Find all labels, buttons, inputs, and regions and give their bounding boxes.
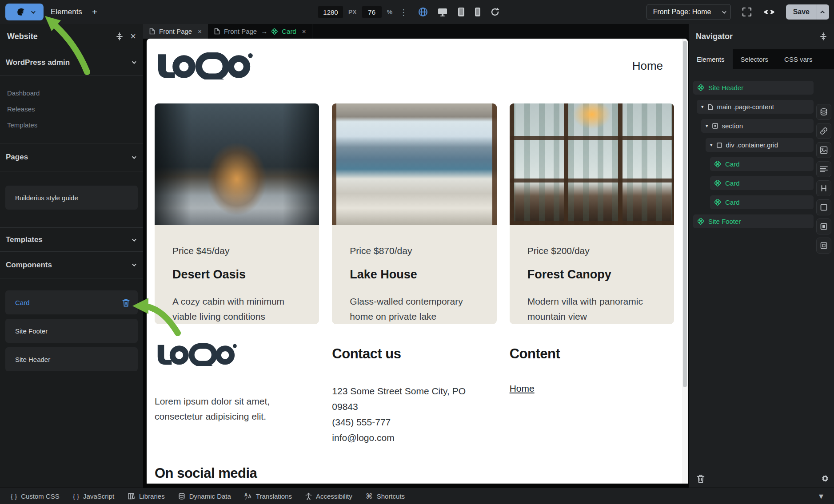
desktop-breakpoint-icon[interactable] xyxy=(437,7,448,17)
viewport-width-input[interactable] xyxy=(318,6,343,18)
braces-icon: { } xyxy=(73,492,79,500)
custom-css-button[interactable]: { } Custom CSS xyxy=(11,492,60,500)
tree-node-main-page-content[interactable]: ▾ main .page-content xyxy=(697,100,814,114)
site-logo[interactable] xyxy=(155,52,253,79)
translate-icon: A xyxy=(244,492,252,500)
zoom-level-input[interactable] xyxy=(362,6,382,18)
tree-node-div-container-grid[interactable]: ▾ div .container.grid xyxy=(706,138,814,152)
shortcuts-label: Shortcuts xyxy=(377,492,405,500)
delete-element-icon[interactable] xyxy=(697,474,705,483)
footer-link-home[interactable]: Home xyxy=(510,383,535,393)
tree-node-site-footer[interactable]: Site Footer xyxy=(693,214,814,228)
tab-front-page-card[interactable]: Front Page → Card × xyxy=(208,24,313,39)
link-dashboard[interactable]: Dashboard xyxy=(7,85,143,101)
container-icon[interactable] xyxy=(816,199,831,215)
tree-node-label: section xyxy=(722,122,743,130)
elements-panel-label[interactable]: Elements xyxy=(51,8,82,16)
close-tab-icon[interactable]: × xyxy=(198,28,202,35)
canvas-area: Front Page × Front Page → Card × xyxy=(143,24,689,488)
tab-front-page[interactable]: Front Page × xyxy=(143,24,208,39)
translations-button[interactable]: A Translations xyxy=(244,492,292,500)
card-lake-house[interactable]: Price $870/day Lake House Glass-walled c… xyxy=(332,103,496,324)
dynamic-data-icon[interactable] xyxy=(816,104,831,120)
javascript-button[interactable]: { } JavaScript xyxy=(73,492,114,500)
chevron-down-icon xyxy=(132,60,136,64)
tab-css-vars[interactable]: CSS vars xyxy=(776,49,820,69)
svg-text:A: A xyxy=(244,492,247,497)
component-item-site-footer[interactable]: Site Footer xyxy=(5,319,138,343)
caret-down-icon[interactable]: ▾ xyxy=(710,142,713,148)
tab-elements[interactable]: Elements xyxy=(689,49,733,69)
close-panel-icon[interactable]: × xyxy=(130,32,136,41)
save-split-button[interactable]: Save xyxy=(786,4,829,20)
tree-node-section[interactable]: ▾ section xyxy=(701,119,814,133)
add-panel-icon[interactable]: + xyxy=(92,7,97,17)
link-releases[interactable]: Releases xyxy=(7,101,143,117)
heading-icon[interactable] xyxy=(816,180,831,196)
canvas-scrollbar[interactable] xyxy=(682,39,688,484)
text-align-icon[interactable] xyxy=(816,161,831,177)
mobile-breakpoint-icon[interactable] xyxy=(475,7,481,17)
nav-link-home[interactable]: Home xyxy=(632,59,663,73)
footer-email: info@logo.com xyxy=(332,430,479,445)
caret-down-icon[interactable]: ▾ xyxy=(701,104,704,110)
scrollbar-thumb[interactable] xyxy=(683,41,687,387)
footer-contact-title: Contact us xyxy=(332,346,496,362)
builderius-brand-button[interactable] xyxy=(5,4,44,20)
dynamic-data-button[interactable]: Dynamic Data xyxy=(178,492,231,500)
inner-section-icon[interactable] xyxy=(816,238,831,254)
component-item-site-header[interactable]: Site Header xyxy=(5,347,138,371)
card-desert-oasis[interactable]: Price $45/day Desert Oasis A cozy cabin … xyxy=(155,103,319,324)
globe-responsive-icon[interactable] xyxy=(418,7,428,17)
tree-node-site-header[interactable]: Site Header xyxy=(693,81,814,95)
tab-selectors[interactable]: Selectors xyxy=(733,49,777,69)
collapse-panel-icon[interactable] xyxy=(116,32,123,40)
caret-down-icon[interactable]: ▾ xyxy=(706,123,708,129)
save-options-button[interactable] xyxy=(817,4,829,20)
card-forest-canopy[interactable]: Price $200/day Forest Canopy Modern vill… xyxy=(510,103,674,324)
component-item-card[interactable]: Card xyxy=(5,290,138,314)
image-icon[interactable] xyxy=(816,142,831,158)
collapse-panel-icon[interactable] xyxy=(820,32,827,40)
section-templates[interactable]: Templates xyxy=(0,228,143,252)
fullscreen-icon[interactable] xyxy=(742,7,752,17)
link-templates[interactable]: Templates xyxy=(7,117,143,133)
section-wordpress-admin[interactable]: WordPress admin xyxy=(0,49,143,76)
section-pages[interactable]: Pages xyxy=(0,143,143,171)
tree-node-label: div .container.grid xyxy=(726,141,778,149)
refresh-icon[interactable] xyxy=(490,7,500,17)
preview-eye-icon[interactable] xyxy=(763,7,775,17)
component-icon xyxy=(271,28,278,35)
block-icon[interactable] xyxy=(816,218,831,234)
link-icon[interactable] xyxy=(816,123,831,139)
more-options-icon[interactable]: ⋮ xyxy=(398,8,409,17)
save-button[interactable]: Save xyxy=(786,4,817,20)
file-icon xyxy=(214,28,220,35)
tree-node-label: Site Footer xyxy=(708,218,741,225)
div-icon xyxy=(717,143,722,148)
accessibility-button[interactable]: Accessibility xyxy=(305,492,352,500)
command-icon: ⌘ xyxy=(366,492,373,500)
navigator-title: Navigator xyxy=(696,32,813,41)
tree-node-label: Card xyxy=(725,179,740,187)
braces-icon: { } xyxy=(11,492,17,500)
tree-node-card-1[interactable]: Card xyxy=(710,157,814,171)
tree-node-card-2[interactable]: Card xyxy=(710,176,814,190)
section-components[interactable]: Components xyxy=(0,252,143,278)
template-selector-dropdown[interactable]: Front Page: Home xyxy=(646,4,731,20)
tablet-breakpoint-icon[interactable] xyxy=(457,7,465,17)
tree-node-card-3[interactable]: Card xyxy=(710,195,814,209)
card-title: Desert Oasis xyxy=(172,268,301,282)
collapse-bottom-bar-icon[interactable]: ▼ xyxy=(819,493,823,500)
delete-component-icon[interactable] xyxy=(122,298,130,307)
settings-gear-icon[interactable] xyxy=(821,474,830,483)
site-logo[interactable] xyxy=(155,343,237,366)
tab-label: Front Page xyxy=(159,28,192,35)
component-icon xyxy=(714,161,721,167)
close-tab-icon[interactable]: × xyxy=(302,28,306,35)
element-tools-strip xyxy=(816,104,831,254)
editor-tabbar: Front Page × Front Page → Card × xyxy=(143,24,689,39)
libraries-button[interactable]: Libraries xyxy=(128,492,165,500)
shortcuts-button[interactable]: ⌘ Shortcuts xyxy=(366,492,405,500)
page-item-builderius-style-guide[interactable]: Builderius style guide xyxy=(5,186,138,210)
